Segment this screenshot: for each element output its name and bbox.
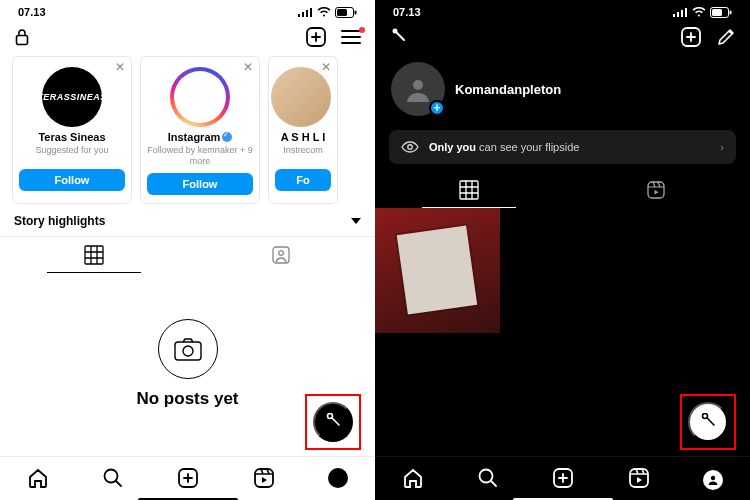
svg-rect-3 (310, 8, 312, 17)
profile-tabs (375, 172, 750, 208)
bottom-nav (375, 456, 750, 500)
create-button[interactable] (305, 26, 327, 48)
svg-rect-19 (677, 12, 679, 17)
svg-rect-20 (681, 10, 683, 17)
close-icon[interactable]: ✕ (115, 60, 125, 74)
wifi-icon (692, 7, 706, 17)
nav-search[interactable] (96, 463, 130, 496)
camera-icon (158, 319, 218, 379)
flipside-key-icon[interactable] (389, 28, 407, 46)
status-bar: 07.13 (0, 0, 375, 20)
status-time: 07.13 (18, 6, 46, 18)
chevron-down-icon (351, 218, 361, 224)
suggestion-name: Instagram (168, 131, 221, 143)
menu-badge-icon (359, 27, 365, 33)
profile-avatar-icon (328, 468, 348, 488)
avatar[interactable]: TERASSINEAS (42, 67, 102, 127)
bottom-nav (0, 456, 375, 500)
svg-point-28 (408, 145, 412, 149)
nav-home[interactable] (21, 463, 55, 496)
profile-avatar-icon (703, 470, 723, 490)
svg-rect-12 (175, 342, 201, 360)
suggestion-name: Teras Sineas (19, 131, 125, 143)
chevron-right-icon: › (720, 141, 724, 153)
nav-create[interactable] (171, 463, 205, 496)
menu-button[interactable] (341, 29, 361, 45)
svg-rect-18 (673, 14, 675, 17)
svg-rect-21 (685, 8, 687, 17)
profile-header: + Komandanpleton (375, 52, 750, 122)
follow-button[interactable]: Follow (19, 169, 125, 191)
svg-rect-24 (730, 10, 732, 14)
follow-button[interactable]: Fo (275, 169, 331, 191)
reels-tab[interactable] (563, 172, 751, 208)
flipside-fab[interactable] (313, 402, 353, 442)
suggestion-name: A S H L I (275, 131, 331, 143)
add-story-plus-icon[interactable]: + (429, 100, 445, 116)
nav-search[interactable] (471, 463, 505, 496)
svg-rect-9 (85, 246, 103, 264)
suggestion-card: ✕ A S H L I Instrecom Fo (268, 56, 338, 204)
phone-light: 07.13 ✕ TERASSINEAS Teras Sineas Suggest… (0, 0, 375, 500)
close-icon[interactable]: ✕ (243, 60, 253, 74)
svg-rect-6 (355, 10, 357, 14)
svg-point-35 (711, 475, 715, 479)
svg-rect-17 (255, 469, 273, 487)
post-grid (375, 208, 750, 333)
svg-rect-1 (302, 12, 304, 17)
svg-point-11 (279, 250, 284, 255)
svg-rect-23 (712, 9, 722, 16)
svg-point-13 (183, 346, 193, 356)
status-right (298, 7, 357, 18)
avatar[interactable] (271, 67, 331, 127)
svg-point-27 (413, 80, 423, 90)
suggestion-card: ✕ TERASSINEAS Teras Sineas Suggested for… (12, 56, 132, 204)
nav-home[interactable] (396, 463, 430, 496)
avatar[interactable]: + (391, 62, 445, 116)
svg-rect-0 (298, 14, 300, 17)
post-thumbnail[interactable] (375, 208, 500, 333)
create-button[interactable] (680, 26, 702, 48)
suggestion-sub: Instrecom (275, 145, 331, 163)
profile-tabs (0, 236, 375, 273)
flipside-text: Only you can see your flipside (429, 141, 579, 153)
svg-rect-7 (17, 36, 28, 45)
nav-create[interactable] (546, 463, 580, 496)
lock-icon[interactable] (14, 28, 30, 46)
close-icon[interactable]: ✕ (321, 60, 331, 74)
avatar[interactable] (170, 67, 230, 127)
svg-rect-2 (306, 10, 308, 17)
nav-profile[interactable] (697, 466, 729, 494)
suggestion-card: ✕ Instagram Followed by kemnaker + 9 mor… (140, 56, 260, 204)
wifi-icon (317, 7, 331, 17)
flipside-notice[interactable]: Only you can see your flipside › (389, 130, 736, 164)
story-highlights-label: Story highlights (14, 214, 105, 228)
suggestion-sub: Followed by kemnaker + 9 more (147, 145, 253, 167)
follow-button[interactable]: Follow (147, 173, 253, 195)
flipside-fab[interactable] (688, 402, 728, 442)
svg-rect-34 (630, 469, 648, 487)
nav-profile[interactable] (322, 464, 354, 495)
grid-tab[interactable] (375, 172, 563, 208)
top-bar (375, 20, 750, 52)
grid-tab[interactable] (0, 237, 188, 273)
status-time: 07.13 (393, 6, 421, 18)
suggestion-sub: Suggested for you (19, 145, 125, 163)
top-bar (0, 20, 375, 52)
signal-icon (673, 7, 688, 17)
svg-rect-5 (337, 9, 347, 16)
battery-icon (335, 7, 357, 18)
phone-dark: 07.13 + Komandanpleton Only you can see (375, 0, 750, 500)
status-bar: 07.13 (375, 0, 750, 20)
story-highlights-row[interactable]: Story highlights (0, 204, 375, 236)
nav-reels[interactable] (622, 463, 656, 496)
verified-badge-icon (222, 132, 232, 142)
nav-reels[interactable] (247, 463, 281, 496)
battery-icon (710, 7, 732, 18)
suggestion-row: ✕ TERASSINEAS Teras Sineas Suggested for… (0, 52, 375, 204)
profile-username: Komandanpleton (455, 82, 561, 97)
svg-rect-29 (460, 181, 478, 199)
eye-icon (401, 140, 419, 154)
tagged-tab[interactable] (188, 237, 376, 273)
edit-button[interactable] (716, 27, 736, 47)
